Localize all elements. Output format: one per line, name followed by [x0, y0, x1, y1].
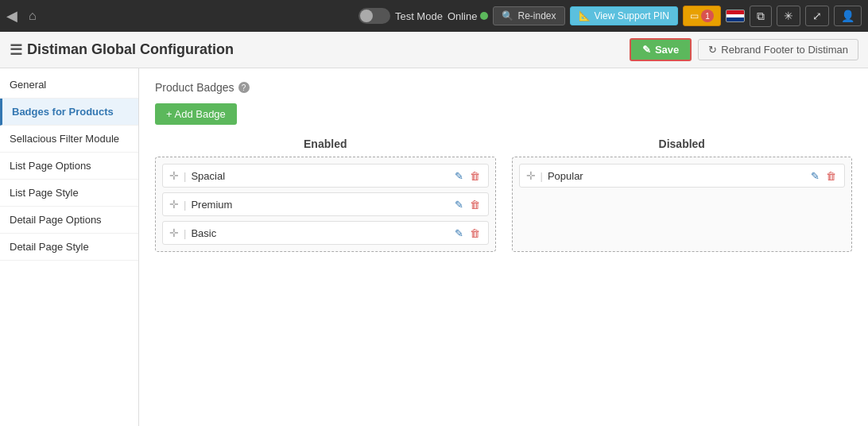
badge-actions: ✎ 🗑: [453, 170, 482, 182]
disabled-header: Disabled: [512, 137, 853, 150]
delete-badge-premium-button[interactable]: 🗑: [468, 199, 482, 211]
help-icon[interactable]: ?: [238, 82, 250, 93]
section-title-text: Product Badges: [155, 81, 234, 94]
badge-item-basic: ✛ | Basic ✎ 🗑: [162, 221, 489, 245]
badge-left: ✛ | Popular: [526, 169, 583, 182]
rebrand-button[interactable]: ↻ Rebrand Footer to Distiman: [698, 39, 858, 60]
expand-button[interactable]: ⤢: [805, 6, 829, 26]
drag-handle-icon[interactable]: ✛: [169, 198, 179, 211]
edit-badge-premium-button[interactable]: ✎: [453, 199, 465, 211]
separator: |: [184, 170, 186, 182]
delete-badge-spacial-button[interactable]: 🗑: [468, 170, 482, 182]
separator: |: [184, 199, 186, 211]
uk-flag-icon[interactable]: [726, 10, 745, 22]
new-window-icon: ⧉: [757, 10, 765, 22]
back-button[interactable]: ◀: [6, 9, 17, 23]
support-button[interactable]: 📐 View Support PIN: [570, 6, 679, 25]
enabled-column: Enabled ✛ | Spacial ✎ 🗑: [155, 137, 496, 252]
title-icon: ☰: [10, 41, 22, 59]
badges-columns: Enabled ✛ | Spacial ✎ 🗑: [155, 137, 852, 252]
home-button[interactable]: ⌂: [22, 6, 43, 26]
add-badge-label: + Add Badge: [166, 108, 226, 120]
test-mode-label: Test Mode: [395, 10, 443, 22]
toggle-knob: [360, 10, 373, 22]
sidebar-item-badges[interactable]: Badges for Products: [0, 99, 138, 126]
sidebar: General Badges for Products Sellacious F…: [0, 68, 139, 426]
disabled-badge-list: ✛ | Popular ✎ 🗑: [512, 157, 853, 252]
online-dot: [480, 12, 488, 20]
edit-badge-spacial-button[interactable]: ✎: [453, 170, 465, 182]
rebrand-label: Rebrand Footer to Distiman: [721, 44, 848, 56]
user-icon: 👤: [841, 10, 854, 22]
sidebar-item-label: List Page Style: [10, 187, 79, 199]
sidebar-item-detail-style[interactable]: Detail Page Style: [0, 234, 138, 261]
page-title-text: Distiman Global Configuration: [27, 41, 234, 58]
badge-actions: ✎ 🗑: [453, 199, 482, 211]
test-mode-toggle-wrap: Test Mode: [358, 8, 443, 24]
drag-handle-icon[interactable]: ✛: [169, 169, 179, 182]
expand-icon: ⤢: [812, 10, 822, 22]
separator: |: [184, 227, 186, 239]
sidebar-item-label: Badges for Products: [12, 106, 114, 118]
badge-left: ✛ | Basic: [169, 227, 216, 239]
separator: |: [541, 170, 543, 182]
tabs-button[interactable]: ▭ 1: [683, 6, 721, 26]
badge-name: Premium: [191, 199, 232, 211]
badge-left: ✛ | Spacial: [169, 169, 225, 182]
delete-badge-basic-button[interactable]: 🗑: [468, 227, 482, 239]
user-button[interactable]: 👤: [834, 6, 862, 26]
save-button[interactable]: ✎ Save: [630, 38, 692, 61]
badge-name: Popular: [548, 170, 583, 182]
sidebar-item-label: List Page Options: [10, 160, 91, 172]
badge-name: Basic: [191, 227, 216, 239]
refresh-icon: ↻: [708, 44, 717, 56]
tabs-count: 1: [701, 10, 714, 22]
joomla-button[interactable]: ✳: [777, 6, 800, 26]
drag-handle-icon[interactable]: ✛: [526, 169, 536, 182]
badge-name: Spacial: [191, 170, 225, 182]
sidebar-item-label: Detail Page Options: [10, 214, 102, 226]
sidebar-item-detail-options[interactable]: Detail Page Options: [0, 207, 138, 234]
sidebar-item-filter[interactable]: Sellacious Filter Module: [0, 126, 138, 153]
online-status: Online: [448, 10, 489, 22]
sidebar-item-list-style[interactable]: List Page Style: [0, 180, 138, 207]
sidebar-item-label: Sellacious Filter Module: [10, 133, 119, 145]
reindex-label: Re-index: [517, 10, 556, 21]
main-layout: General Badges for Products Sellacious F…: [0, 68, 868, 426]
sidebar-item-label: General: [10, 79, 46, 91]
sidebar-item-list-options[interactable]: List Page Options: [0, 153, 138, 180]
support-icon: 📐: [579, 10, 591, 21]
badge-left: ✛ | Premium: [169, 198, 232, 211]
badge-item-popular: ✛ | Popular ✎ 🗑: [519, 164, 846, 188]
badge-actions: ✎ 🗑: [453, 227, 482, 239]
support-label: View Support PIN: [595, 10, 670, 21]
edit-badge-popular-button[interactable]: ✎: [809, 170, 821, 182]
new-window-button[interactable]: ⧉: [750, 6, 772, 27]
delete-badge-popular-button[interactable]: 🗑: [824, 170, 838, 182]
enabled-badge-list: ✛ | Spacial ✎ 🗑 ✛ |: [155, 157, 496, 252]
drag-handle-icon[interactable]: ✛: [169, 227, 179, 239]
badge-item-premium: ✛ | Premium ✎ 🗑: [162, 192, 489, 216]
add-badge-button[interactable]: + Add Badge: [155, 103, 237, 125]
search-icon: 🔍: [502, 10, 513, 21]
edit-badge-basic-button[interactable]: ✎: [453, 227, 465, 239]
online-label: Online: [448, 10, 478, 22]
sidebar-item-label: Detail Page Style: [10, 241, 89, 253]
tabs-icon: ▭: [690, 10, 699, 21]
badge-item-spacial: ✛ | Spacial ✎ 🗑: [162, 164, 489, 188]
section-title: Product Badges ?: [155, 81, 852, 94]
enabled-header: Enabled: [155, 137, 496, 150]
navbar: ◀ ⌂ Test Mode Online 🔍 Re-index 📐 View S…: [0, 0, 868, 32]
save-icon: ✎: [642, 44, 651, 56]
toolbar: ☰ Distiman Global Configuration ✎ Save ↻…: [0, 32, 868, 68]
page-title: ☰ Distiman Global Configuration: [10, 41, 623, 59]
content-area: Product Badges ? + Add Badge Enabled ✛ |…: [139, 68, 868, 426]
disabled-column: Disabled ✛ | Popular ✎ 🗑: [512, 137, 853, 252]
badge-actions: ✎ 🗑: [809, 170, 838, 182]
joomla-icon: ✳: [784, 10, 793, 22]
sidebar-item-general[interactable]: General: [0, 72, 138, 99]
test-mode-toggle[interactable]: [358, 8, 390, 24]
reindex-button[interactable]: 🔍 Re-index: [493, 6, 564, 25]
save-label: Save: [655, 44, 679, 56]
